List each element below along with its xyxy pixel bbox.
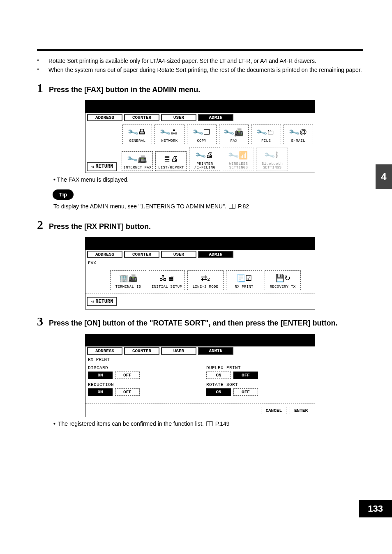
asterisk: * <box>37 66 41 74</box>
wireless-icon: 🔧📶 <box>229 149 248 162</box>
final-note-row: • The registered items can be confirmed … <box>53 420 363 427</box>
admin-row-1: 🔧🖶 GENERAL 🔧🖧 NETWORK 🔧❐ COPY 🔧📠 FAX 🔧🗀 <box>85 123 315 146</box>
notes-block: * Rotate Sort printing is available only… <box>37 57 363 74</box>
step-2: 2 Press the [RX PRINT] button. <box>37 219 363 231</box>
page-footer: 133 <box>37 476 363 493</box>
tip-text: To display the ADMIN menu, see "1.ENTERI… <box>53 203 226 210</box>
recovery-icon: 💾↻ <box>275 272 291 284</box>
initial-setup-button[interactable]: 🖧🖥 INITIAL SETUP <box>149 270 185 290</box>
wireless-settings-button: 🔧📶 WIRELESS SETTINGS <box>223 148 254 171</box>
step1-note: The FAX menu is displayed. <box>53 176 363 183</box>
bluetooth-icon: 🔧ᛒ <box>265 149 279 162</box>
titlebar <box>85 334 315 346</box>
copy-icon: 🔧❐ <box>194 126 210 138</box>
email-button[interactable]: 🔧@ E-MAIL <box>284 125 313 144</box>
tab-admin[interactable]: ADMIN <box>198 114 233 121</box>
return-button[interactable]: ◅ RETURN <box>87 297 117 306</box>
step-number: 2 <box>37 219 43 231</box>
tab-address[interactable]: ADDRESS <box>87 114 122 121</box>
final-note-text: The registered items can be confirmed in… <box>58 420 204 427</box>
network-icon: 🔧🖧 <box>161 126 178 138</box>
tab-counter[interactable]: COUNTER <box>124 114 159 121</box>
printer-icon: 🔧🖨 <box>196 149 213 162</box>
tab-user[interactable]: USER <box>161 347 196 355</box>
printer-efiling-button[interactable]: 🔧🖨 PRINTER /E-FILING <box>189 148 220 171</box>
rotate-sort-group: ROTATE SORT ON OFF <box>206 382 312 396</box>
cancel-button[interactable]: CANCEL <box>261 407 286 414</box>
step-number: 1 <box>37 82 43 94</box>
page-number: 133 <box>359 500 392 517</box>
step-instruction: Press the [ON] button of the "ROTATE SOR… <box>49 318 337 328</box>
list-report-button[interactable]: ≣🖨 LIST/REPORT <box>155 151 187 171</box>
internet-fax-button[interactable]: 🔧📠 INTERNET FAX <box>122 151 153 171</box>
reduction-title: REDUCTION <box>88 382 194 387</box>
fax-button[interactable]: 🔧📠 FAX <box>219 125 249 144</box>
discard-off-button[interactable]: OFF <box>115 372 140 379</box>
line-2-mode-button[interactable]: ⇄₂ LINE-2 MODE <box>187 270 224 290</box>
rotate-sort-on-button[interactable]: ON <box>206 388 231 396</box>
step-3: 3 Press the [ON] button of the "ROTATE S… <box>37 315 363 328</box>
line2-icon: ⇄₂ <box>201 272 210 284</box>
step-1: 1 Press the [FAX] button in the ADMIN me… <box>37 82 363 95</box>
discard-group: DISCARD ON OFF <box>88 365 194 379</box>
tab-admin[interactable]: ADMIN <box>198 347 233 355</box>
rx-print-screenshot: ADDRESS COUNTER USER ADMIN RX PRINT DISC… <box>85 334 315 417</box>
recovery-tx-button[interactable]: 💾↻ RECOVERY TX <box>265 270 301 290</box>
page: * Rotate Sort printing is available only… <box>0 0 392 517</box>
network-button[interactable]: 🔧🖧 NETWORK <box>154 125 184 144</box>
discard-title: DISCARD <box>88 365 194 370</box>
note-2: When the system runs out of paper during… <box>48 66 362 74</box>
rx-print-footer: CANCEL ENTER <box>85 405 315 417</box>
rx-print-left-col: DISCARD ON OFF REDUCTION ON OFF <box>88 364 194 399</box>
reduction-on-button[interactable]: ON <box>88 388 113 396</box>
tab-user[interactable]: USER <box>161 251 196 258</box>
rx-print-button[interactable]: 📃☑ RX PRINT <box>226 270 262 290</box>
initial-setup-icon: 🖧🖥 <box>159 272 174 284</box>
chapter-tab: 4 <box>376 164 392 189</box>
bullet-icon: • <box>53 420 55 427</box>
step-number: 3 <box>37 315 43 328</box>
reduction-off-button[interactable]: OFF <box>115 388 140 396</box>
email-icon: 🔧@ <box>290 126 307 138</box>
return-arrow-icon: ◅ <box>91 298 94 305</box>
internet-fax-icon: 🔧📠 <box>128 153 147 165</box>
copy-button[interactable]: 🔧❐ COPY <box>187 125 217 144</box>
book-icon <box>229 204 235 209</box>
book-icon <box>206 421 213 426</box>
tab-address[interactable]: ADDRESS <box>87 251 122 258</box>
tab-admin[interactable]: ADMIN <box>198 251 233 258</box>
duplex-on-button[interactable]: ON <box>206 372 231 379</box>
settings-icon: 🔧🖶 <box>129 126 146 138</box>
list-report-icon: ≣🖨 <box>164 153 178 165</box>
rotate-sort-off-button[interactable]: OFF <box>233 388 258 396</box>
final-note-page-ref: P.149 <box>215 420 230 427</box>
tab-user[interactable]: USER <box>161 114 196 121</box>
terminal-id-button[interactable]: 🏢📠 TERMINAL ID <box>110 270 146 290</box>
breadcrumb: RX PRINT <box>85 356 315 362</box>
duplex-off-button[interactable]: OFF <box>233 372 258 379</box>
return-button[interactable]: ◅ RETURN <box>87 162 117 171</box>
fax-buttons-row: 🏢📠 TERMINAL ID 🖧🖥 INITIAL SETUP ⇄₂ LINE-… <box>85 265 315 292</box>
file-icon: 🔧🗀 <box>257 126 274 138</box>
tip-page-ref: P.82 <box>238 203 249 210</box>
tabs-row: ADDRESS COUNTER USER ADMIN <box>85 113 315 123</box>
general-button[interactable]: 🔧🖶 GENERAL <box>122 125 152 144</box>
titlebar <box>85 238 315 250</box>
duplex-group: DUPLEX PRINT ON OFF <box>206 365 312 379</box>
tab-counter[interactable]: COUNTER <box>124 251 159 258</box>
bluetooth-settings-button: 🔧ᛒ Bluetooth SETTINGS <box>256 148 288 171</box>
file-button[interactable]: 🔧🗀 FILE <box>251 125 281 144</box>
duplex-title: DUPLEX PRINT <box>206 365 312 370</box>
tabs-row: ADDRESS COUNTER USER ADMIN <box>85 346 315 356</box>
tab-counter[interactable]: COUNTER <box>124 347 159 355</box>
discard-on-button[interactable]: ON <box>88 372 113 379</box>
tabs-row: ADDRESS COUNTER USER ADMIN <box>85 250 315 260</box>
tab-address[interactable]: ADDRESS <box>87 347 122 355</box>
note-1: Rotate Sort printing is available only f… <box>48 57 316 65</box>
titlebar <box>85 101 315 113</box>
admin-row-2: ◅ RETURN 🔧📠 INTERNET FAX ≣🖨 LIST/REPORT … <box>85 146 315 173</box>
terminal-id-icon: 🏢📠 <box>119 272 137 284</box>
rotate-sort-title: ROTATE SORT <box>206 382 312 387</box>
breadcrumb: FAX <box>85 260 315 265</box>
enter-button[interactable]: ENTER <box>290 407 312 414</box>
